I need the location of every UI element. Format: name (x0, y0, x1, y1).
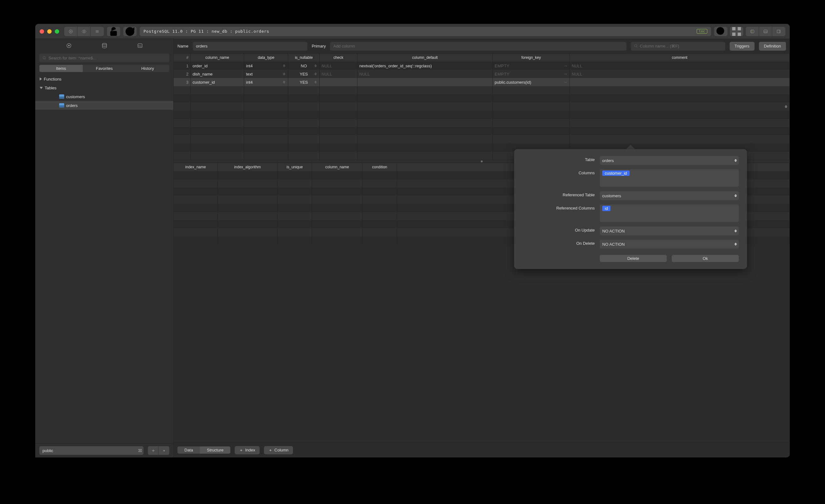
idx-name[interactable]: index_name (174, 163, 218, 171)
layout-bottom-button[interactable] (759, 27, 772, 36)
tree-tables[interactable]: Tables (35, 83, 173, 92)
add-column-button[interactable]: ＋ Column (264, 446, 293, 454)
cell-type[interactable]: text (244, 70, 288, 78)
triggers-button[interactable]: Triggers (730, 42, 754, 51)
ok-button[interactable]: Ok (672, 255, 739, 262)
stepper-icon[interactable] (314, 81, 318, 84)
svg-rect-7 (110, 31, 117, 36)
cell-name[interactable]: order_id (191, 62, 244, 70)
name-input[interactable]: orders (193, 42, 307, 51)
col-idx[interactable]: # (174, 54, 191, 62)
column-search[interactable]: Column name... (⌘F) (631, 42, 725, 51)
pop-table-label: Table (522, 156, 595, 162)
breadcrumb-bar[interactable]: PostgreSQL 11.0 : PG 11 : new_db : publi… (140, 27, 711, 36)
tree: Functions Tables customers orders (35, 73, 173, 443)
cell-default[interactable] (358, 78, 493, 86)
commit-button[interactable] (91, 27, 104, 36)
add-menu-button[interactable]: ▾ (159, 446, 169, 455)
schema-select[interactable]: public (39, 446, 144, 455)
arrow-right-icon[interactable]: → (563, 71, 568, 76)
sql-icon[interactable]: SQL (134, 41, 146, 50)
refresh-button[interactable] (123, 27, 137, 36)
col-fk[interactable]: foreign_key (493, 54, 570, 62)
pop-ref-cols-input[interactable]: id (600, 205, 739, 222)
stepper-icon[interactable] (314, 65, 318, 67)
cell-type[interactable]: int4 (244, 78, 288, 86)
pop-on-delete-select[interactable]: NO ACTION (600, 240, 739, 248)
close-icon[interactable] (40, 29, 44, 34)
stepper-icon[interactable] (314, 73, 318, 75)
layout-right-button[interactable] (772, 27, 785, 36)
columns-grid: # column_name data_type is_nullable chec… (174, 54, 790, 160)
zoom-icon[interactable] (55, 29, 59, 34)
definition-button[interactable]: Definition (759, 42, 786, 51)
table-row[interactable]: 1 order_id int4 NO NULL nextval('orders_… (174, 62, 790, 70)
idx-unique[interactable]: is_unique (278, 163, 312, 171)
arrow-right-icon[interactable]: → (563, 63, 568, 68)
tab-history[interactable]: History (126, 65, 169, 72)
minimize-icon[interactable] (47, 29, 52, 34)
idx-col[interactable]: column_name (312, 163, 363, 171)
tree-functions[interactable]: Functions (35, 75, 173, 83)
cell-comment[interactable] (570, 78, 790, 86)
structure-tab[interactable]: Structure (200, 446, 230, 454)
col-comment[interactable]: comment (570, 54, 790, 62)
col-default[interactable]: column_default (358, 54, 493, 62)
cell-check[interactable]: NULL (320, 62, 358, 70)
tree-table-customers[interactable]: customers (35, 92, 173, 101)
connection-icon[interactable] (63, 41, 75, 50)
add-button[interactable]: ＋ (148, 446, 159, 455)
cell-check[interactable]: NULL (320, 70, 358, 78)
idx-cond[interactable]: condition (363, 163, 397, 171)
sidebar-search[interactable]: Search for item: ^name$... (39, 54, 169, 62)
tree-table-orders[interactable]: orders (35, 101, 173, 110)
cell-comment[interactable]: NULL (570, 62, 790, 70)
table-row[interactable]: 2 dish_name text YES NULL NULL EMPTY→ NU… (174, 70, 790, 78)
table-row[interactable]: 3 customer_id int4 YES public.customers(… (174, 78, 790, 86)
preview-button[interactable] (77, 27, 91, 36)
cell-idx: 1 (174, 62, 191, 70)
idx-algo[interactable]: index_algorithm (218, 163, 278, 171)
pop-on-update-select[interactable]: NO ACTION (600, 226, 739, 235)
stepper-icon[interactable] (283, 65, 287, 67)
tab-items[interactable]: Items (39, 65, 83, 72)
cell-nullable[interactable]: YES (288, 70, 320, 78)
cell-default[interactable]: NULL (358, 70, 493, 78)
tag-customer-id[interactable]: customer_id (602, 170, 629, 176)
cell-fk[interactable]: EMPTY→ (493, 70, 570, 78)
cell-comment[interactable]: NULL (570, 70, 790, 78)
cell-fk[interactable]: EMPTY→ (493, 62, 570, 70)
cell-nullable[interactable]: YES (288, 78, 320, 86)
layout-sidebar-button[interactable] (746, 27, 759, 36)
col-nullable[interactable]: is_nullable (288, 54, 320, 62)
col-type[interactable]: data_type (244, 54, 288, 62)
col-name[interactable]: column_name (191, 54, 244, 62)
discard-changes-button[interactable] (64, 27, 77, 36)
pop-ref-table-select[interactable]: customers (600, 191, 739, 200)
stepper-icon[interactable] (283, 81, 287, 84)
col-check[interactable]: check (320, 54, 358, 62)
search-button[interactable] (714, 27, 728, 36)
cell-type[interactable]: int4 (244, 62, 288, 70)
cell-nullable[interactable]: NO (288, 62, 320, 70)
add-index-button[interactable]: ＋ Index (235, 446, 259, 454)
delete-button[interactable]: Delete (600, 255, 667, 262)
fk-popover: Table orders Columns customer_id Referen… (514, 145, 747, 269)
cell-check[interactable] (320, 78, 358, 86)
primary-input[interactable]: Add column (330, 42, 626, 51)
cell-name[interactable]: dish_name (191, 70, 244, 78)
tab-favorites[interactable]: Favorites (83, 65, 126, 72)
app-window: PostgreSQL 11.0 : PG 11 : new_db : publi… (35, 24, 790, 457)
cell-default[interactable]: nextval('orders_order_id_seq'::regclass) (358, 62, 493, 70)
pop-columns-input[interactable]: customer_id (600, 169, 739, 187)
database-icon[interactable] (98, 41, 111, 50)
pop-table-select[interactable]: orders (600, 156, 739, 165)
stepper-icon[interactable] (283, 73, 287, 75)
cell-name[interactable]: customer_id (191, 78, 244, 86)
arrow-right-icon[interactable]: → (563, 80, 568, 85)
cell-fk[interactable]: public.customers(id)→ (493, 78, 570, 86)
grid-view-button[interactable] (730, 27, 743, 36)
tag-id[interactable]: id (602, 206, 610, 211)
data-tab[interactable]: Data (177, 446, 200, 454)
lock-button[interactable] (107, 27, 120, 36)
